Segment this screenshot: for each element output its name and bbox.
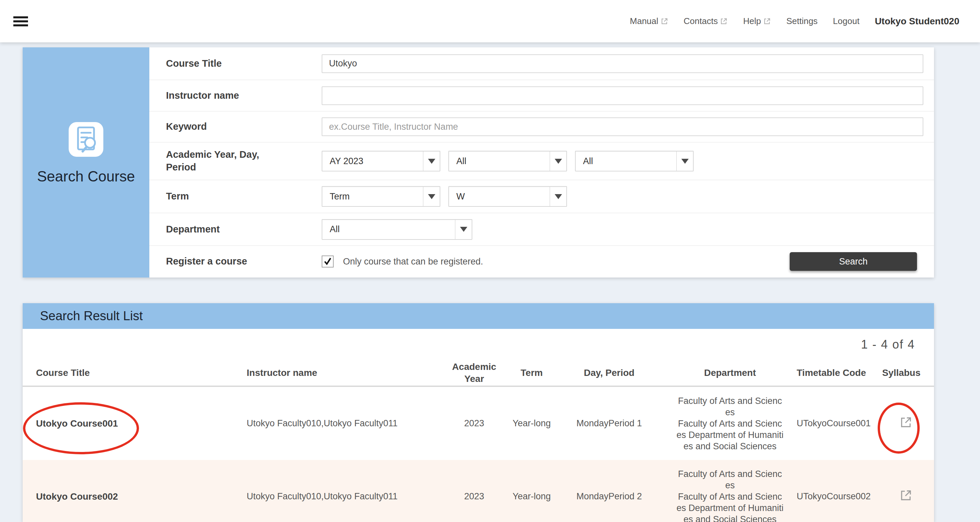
course-title-input[interactable] — [322, 54, 923, 73]
pagination-row: 1 - 4 of 4 — [23, 329, 934, 360]
chevron-down-icon — [550, 187, 566, 206]
register-checkbox-text: Only course that can be registered. — [343, 257, 483, 267]
col-header-syllabus: Syllabus — [866, 367, 934, 378]
col-header-timetable-code: Timetable Code — [797, 367, 866, 378]
instructor-cell: Utokyo Faculty010,Utokyo Faculty011 — [233, 491, 440, 502]
search-course-side-panel: Search Course — [23, 47, 150, 278]
form-row-term: Term Term W — [150, 180, 934, 213]
instructor-cell: Utokyo Faculty010,Utokyo Faculty011 — [233, 418, 440, 429]
syllabus-open-icon[interactable] — [899, 488, 913, 502]
form-row-department: Department All — [150, 213, 934, 246]
col-header-instructor-name: Instructor name — [233, 367, 440, 378]
period-select[interactable]: All — [575, 151, 694, 171]
day-select[interactable]: All — [448, 151, 567, 171]
nav-logout[interactable]: Logout — [833, 16, 860, 26]
user-name: Utokyo Student020 — [875, 16, 959, 27]
nav-logout-label: Logout — [833, 16, 860, 26]
timetable-code-cell: UTokyoCourse002 — [797, 491, 871, 502]
academic-year-select[interactable]: AY 2023 — [322, 151, 440, 171]
table-row: Utokyo Course002 Utokyo Faculty010,Utoky… — [23, 460, 934, 522]
col-header-department: Department — [663, 367, 797, 378]
external-link-icon — [720, 18, 728, 25]
result-table-header: Course Title Instructor name Academic Ye… — [23, 360, 934, 387]
instructor-name-input[interactable] — [322, 86, 923, 105]
term-cell: Year-long — [508, 418, 555, 429]
keyword-label: Keyword — [150, 120, 322, 133]
department-cell: Faculty of Arts and Scienc es Faculty of… — [663, 395, 797, 452]
nav-help-label: Help — [743, 16, 760, 26]
nav-settings[interactable]: Settings — [786, 16, 818, 26]
department-cell: Faculty of Arts and Scienc es Faculty of… — [663, 468, 797, 522]
chevron-down-icon — [423, 187, 440, 206]
course-title-link[interactable]: Utokyo Course001 — [23, 418, 233, 429]
col-header-academic-year: Academic Year — [440, 361, 508, 385]
table-row: Utokyo Course001 Utokyo Faculty010,Utoky… — [23, 387, 934, 460]
search-result-panel: Search Result List 1 - 4 of 4 Course Tit… — [23, 303, 934, 522]
keyword-input[interactable] — [322, 117, 923, 136]
nav-contacts[interactable]: Contacts — [684, 16, 728, 26]
col-header-day-period: Day, Period — [555, 367, 663, 378]
search-course-title: Search Course — [37, 168, 135, 185]
term-sub-select[interactable]: W — [448, 186, 567, 207]
syllabus-cell — [871, 488, 934, 504]
course-title-link[interactable]: Utokyo Course002 — [23, 491, 233, 502]
day-period-cell: MondayPeriod 2 — [555, 491, 663, 502]
pagination-count: 1 - 4 of 4 — [861, 338, 915, 351]
syllabus-cell — [871, 415, 934, 432]
form-row-academic-year-day-period: Academic Year, Day, Period AY 2023 All A… — [150, 142, 934, 180]
chevron-down-icon — [550, 152, 566, 171]
hamburger-menu-icon[interactable] — [13, 14, 28, 28]
chevron-down-icon — [423, 152, 440, 171]
col-header-term: Term — [508, 367, 555, 378]
form-row-course-title: Course Title — [150, 47, 934, 80]
form-row-register: Register a course Only course that can b… — [150, 246, 934, 277]
nav-manual[interactable]: Manual — [630, 16, 668, 26]
search-course-panel: Search Course Course Title Instructor na… — [23, 47, 934, 278]
external-link-icon — [763, 18, 771, 25]
register-checkbox[interactable] — [322, 255, 334, 268]
nav-settings-label: Settings — [786, 16, 818, 26]
timetable-code-cell: UTokyoCourse001 — [797, 418, 871, 429]
search-result-header: Search Result List — [23, 303, 934, 329]
form-row-keyword: Keyword — [150, 112, 934, 142]
chevron-down-icon — [455, 220, 472, 239]
col-header-course-title: Course Title — [23, 367, 233, 378]
nav-contacts-label: Contacts — [684, 16, 718, 26]
term-select[interactable]: Term — [322, 186, 440, 207]
term-label: Term — [150, 190, 322, 203]
form-row-instructor-name: Instructor name — [150, 80, 934, 112]
top-bar: Manual Contacts Help Settings Logout Uto… — [0, 0, 980, 42]
day-period-cell: MondayPeriod 1 — [555, 418, 663, 429]
check-icon — [323, 257, 332, 267]
search-course-icon — [68, 122, 103, 157]
course-title-label: Course Title — [150, 57, 322, 70]
academic-year-cell: 2023 — [440, 418, 508, 429]
academic-year-day-period-label: Academic Year, Day, Period — [150, 148, 322, 174]
nav-help[interactable]: Help — [743, 16, 771, 26]
department-select[interactable]: All — [322, 219, 473, 240]
top-nav: Manual Contacts Help Settings Logout Uto… — [630, 16, 959, 27]
search-result-title: Search Result List — [40, 309, 143, 323]
register-a-course-label: Register a course — [150, 255, 322, 268]
instructor-name-label: Instructor name — [150, 89, 322, 102]
chevron-down-icon — [676, 152, 693, 171]
search-button[interactable]: Search — [790, 252, 917, 271]
term-cell: Year-long — [508, 491, 555, 502]
external-link-icon — [661, 18, 668, 25]
nav-manual-label: Manual — [630, 16, 658, 26]
department-label: Department — [150, 223, 322, 236]
search-form: Course Title Instructor name Keyword Aca… — [150, 47, 934, 278]
academic-year-cell: 2023 — [440, 491, 508, 502]
syllabus-open-icon[interactable] — [899, 415, 913, 429]
